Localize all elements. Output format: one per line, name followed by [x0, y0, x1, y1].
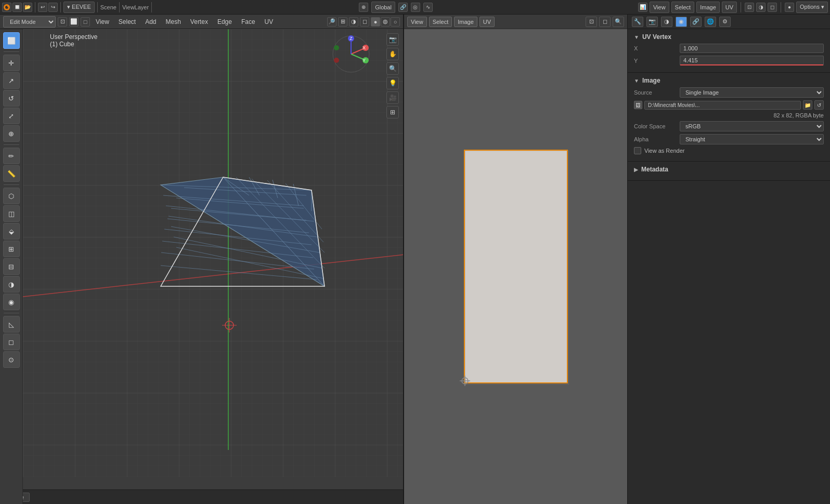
tool-annotate[interactable]: ✏ — [3, 148, 20, 164]
view-menu-btn[interactable]: View — [650, 2, 669, 13]
filepath-value[interactable]: D:\Minecraft Movies\... — [644, 101, 801, 110]
reload-icon[interactable]: ↺ — [814, 100, 824, 110]
viewlayer-label: ViewLayer — [122, 4, 149, 10]
open-icon[interactable]: 📂 — [23, 3, 32, 12]
uv-x-value[interactable]: 1.000 — [680, 44, 824, 53]
metadata-section: ▶ Metadata — [628, 162, 830, 181]
image-section-header[interactable]: ▼ Image — [634, 77, 824, 84]
source-label: Source — [634, 89, 676, 96]
tool-rotate[interactable]: ↺ — [3, 90, 20, 107]
tool-select[interactable]: ⬜ — [3, 32, 20, 49]
colorspace-select[interactable]: sRGB Linear Non-Color — [680, 121, 824, 131]
view-as-render-checkbox[interactable] — [634, 147, 641, 154]
metadata-header[interactable]: ▶ Metadata — [634, 166, 824, 173]
panel-icon7[interactable]: ⚙ — [719, 17, 731, 27]
overlay-icon[interactable]: ⊡ — [745, 3, 754, 12]
proportional-icon[interactable]: ◎ — [411, 3, 420, 12]
solid-mode-icon[interactable]: ● — [785, 3, 794, 12]
snap-icon[interactable]: 🔗 — [398, 3, 408, 12]
uv-uv-btn[interactable]: UV — [479, 17, 495, 27]
menu-mesh[interactable]: Mesh — [162, 17, 185, 26]
stats-icon[interactable]: 📊 — [638, 3, 647, 12]
tool-cursor[interactable]: ✛ — [3, 55, 20, 71]
mode-select[interactable]: Edit Mode Object Mode — [3, 16, 56, 28]
blender-logo-icon[interactable] — [2, 3, 11, 12]
grid-icon[interactable]: ⊞ — [386, 106, 399, 118]
viewport-shading-icon[interactable]: ◑ — [756, 3, 766, 12]
menu-edge[interactable]: Edge — [214, 17, 236, 26]
options-btn[interactable]: Options ▾ — [796, 2, 828, 13]
camera2-icon[interactable]: 🎥 — [386, 91, 399, 104]
uv-cursor — [460, 376, 470, 388]
menu-face[interactable]: Face — [238, 17, 259, 26]
uv-zoom-icon[interactable]: 🔍 — [613, 17, 624, 27]
undo-icon[interactable]: ↩ — [38, 3, 47, 12]
panel-icon3[interactable]: ◑ — [661, 17, 672, 27]
tool-transform[interactable]: ⊕ — [3, 125, 20, 142]
material-icon[interactable]: ◍ — [381, 17, 390, 26]
magnet-icon[interactable]: 🔎 — [327, 17, 336, 26]
render-engine-btn[interactable]: ▾ EEVEE — [63, 2, 95, 13]
header-icon3[interactable]: □ — [81, 17, 90, 26]
xray-icon[interactable]: ◻ — [768, 3, 777, 12]
redo-icon[interactable]: ↪ — [48, 3, 58, 12]
sep4 — [119, 2, 120, 12]
tool-smooth[interactable]: ◉ — [3, 294, 20, 310]
panel-icon2[interactable]: 📷 — [646, 17, 658, 27]
tool-loopcut[interactable]: ⊞ — [3, 241, 20, 257]
rendered-icon[interactable]: ○ — [391, 17, 400, 26]
zoom-icon[interactable]: 🔍 — [386, 62, 399, 75]
overlay-btn[interactable]: ⊞ — [338, 17, 347, 26]
xray-btn[interactable]: ◻ — [360, 17, 369, 26]
uv-vertex-section: ▼ UV Vertex X 1.000 Y 4.415 — [628, 29, 830, 73]
tool-move[interactable]: ↗ — [3, 72, 20, 89]
uv-image-btn[interactable]: Image — [454, 17, 477, 27]
alpha-select[interactable]: Straight Premultiplied Channel Packed No… — [680, 134, 824, 144]
header-icon1[interactable]: ⊡ — [58, 17, 67, 26]
menu-select[interactable]: Select — [115, 17, 139, 26]
header-icon2[interactable]: ⬜ — [69, 17, 79, 26]
svg-point-2 — [7, 5, 9, 7]
tool-shrink[interactable]: ◻ — [3, 334, 20, 350]
tool-spin[interactable]: ◑ — [3, 276, 20, 293]
select-top-btn[interactable]: Select — [671, 2, 695, 13]
tool-bevel[interactable]: ⬙ — [3, 223, 20, 240]
hand-icon[interactable]: ✋ — [386, 48, 399, 60]
uv-overlay-icon[interactable]: ⊡ — [586, 17, 597, 27]
new-scene-icon[interactable]: 🔲 — [12, 3, 22, 12]
tool-measure[interactable]: 📏 — [3, 165, 20, 182]
image-btn[interactable]: Image — [696, 2, 720, 13]
image-section: ▼ Image Source Single Image Image Sequen… — [628, 73, 830, 162]
global-btn[interactable]: Global — [371, 2, 395, 13]
source-select[interactable]: Single Image Image Sequence Movie Genera… — [680, 87, 824, 98]
tool-shear[interactable]: ◺ — [3, 316, 20, 333]
menu-view[interactable]: View — [92, 17, 113, 26]
solid-icon[interactable]: ● — [371, 17, 380, 26]
uv-y-value[interactable]: 4.415 — [680, 56, 824, 65]
alpha-label: Alpha — [634, 136, 676, 142]
uv-xray-icon[interactable]: ◻ — [599, 17, 611, 27]
tool-scale[interactable]: ⤢ — [3, 108, 20, 124]
panel-icon4[interactable]: ◉ — [676, 17, 687, 27]
uv-select-btn[interactable]: Select — [429, 17, 452, 27]
menu-uv[interactable]: UV — [261, 17, 277, 26]
tool-extrude[interactable]: ⬡ — [3, 188, 20, 204]
browse-file-icon[interactable]: 📁 — [803, 100, 812, 110]
curve-icon[interactable]: ∿ — [423, 3, 433, 12]
tool-push[interactable]: ⊙ — [3, 351, 20, 368]
panel-icon5[interactable]: 🔗 — [690, 17, 702, 27]
tool-inset[interactable]: ◫ — [3, 205, 20, 222]
panel-icon1[interactable]: 🔧 — [632, 17, 643, 27]
menu-add[interactable]: Add — [141, 17, 160, 26]
uv-btn[interactable]: UV — [722, 2, 737, 13]
panel-icon6[interactable]: 🌐 — [705, 17, 716, 27]
transform-icon[interactable]: ⊕ — [359, 3, 368, 12]
shading-btn[interactable]: ◑ — [349, 17, 358, 26]
uv-vertex-header[interactable]: ▼ UV Vertex — [634, 33, 824, 41]
menu-vertex[interactable]: Vertex — [187, 17, 212, 26]
right-panel-header: 🔧 📷 ◑ ◉ 🔗 🌐 ⚙ — [628, 15, 830, 29]
tool-polybuild[interactable]: ⊟ — [3, 258, 20, 275]
uv-view-btn[interactable]: View — [407, 17, 427, 27]
camera-icon[interactable]: 📷 — [386, 33, 399, 46]
light-icon[interactable]: 💡 — [386, 77, 399, 89]
